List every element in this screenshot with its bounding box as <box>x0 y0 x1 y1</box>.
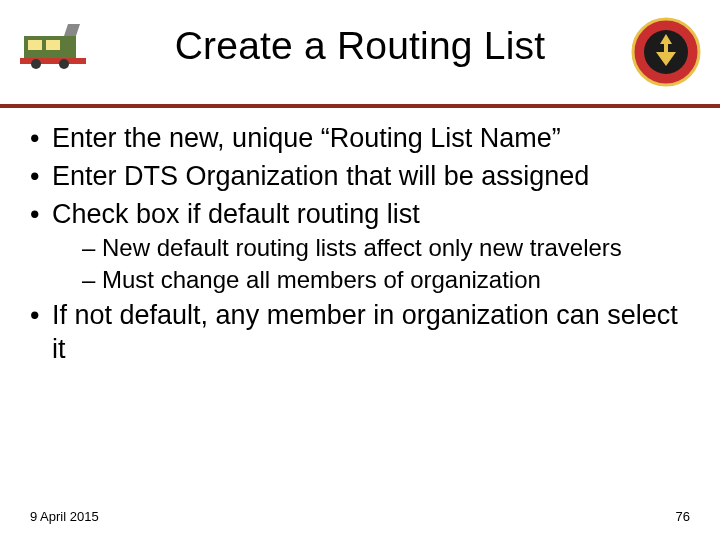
footer-date: 9 April 2015 <box>30 509 99 524</box>
sub-bullet-item: Must change all members of organization <box>80 265 698 295</box>
svg-marker-6 <box>64 24 80 36</box>
slide-title: Create a Routing List <box>0 0 720 68</box>
slide-footer: 9 April 2015 76 <box>0 509 720 524</box>
bullet-item: If not default, any member in organizati… <box>22 299 698 367</box>
sub-bullet-text: New default routing lists affect only ne… <box>102 234 622 261</box>
svg-rect-3 <box>20 58 86 64</box>
svg-rect-1 <box>28 40 42 50</box>
bullet-text: If not default, any member in organizati… <box>52 300 678 364</box>
svg-point-4 <box>31 59 41 69</box>
sub-bullet-text: Must change all members of organization <box>102 266 541 293</box>
bullet-item: Check box if default routing list New de… <box>22 198 698 296</box>
train-logo-icon <box>18 16 90 72</box>
bullet-text: Enter the new, unique “Routing List Name… <box>52 123 561 153</box>
sub-bullet-list: New default routing lists affect only ne… <box>52 233 698 295</box>
bullet-text: Enter DTS Organization that will be assi… <box>52 161 589 191</box>
bullet-item: Enter DTS Organization that will be assi… <box>22 160 698 194</box>
slide-body: Enter the new, unique “Routing List Name… <box>0 108 720 367</box>
footer-page: 76 <box>676 509 690 524</box>
slide: Create a Routing List Enter the new, uni… <box>0 0 720 540</box>
bullet-item: Enter the new, unique “Routing List Name… <box>22 122 698 156</box>
bullet-text: Check box if default routing list <box>52 199 420 229</box>
sub-bullet-item: New default routing lists affect only ne… <box>80 233 698 263</box>
navy-seal-icon <box>630 16 702 88</box>
slide-header: Create a Routing List <box>0 0 720 100</box>
svg-point-5 <box>59 59 69 69</box>
bullet-list: Enter the new, unique “Routing List Name… <box>22 122 698 367</box>
svg-rect-2 <box>46 40 60 50</box>
